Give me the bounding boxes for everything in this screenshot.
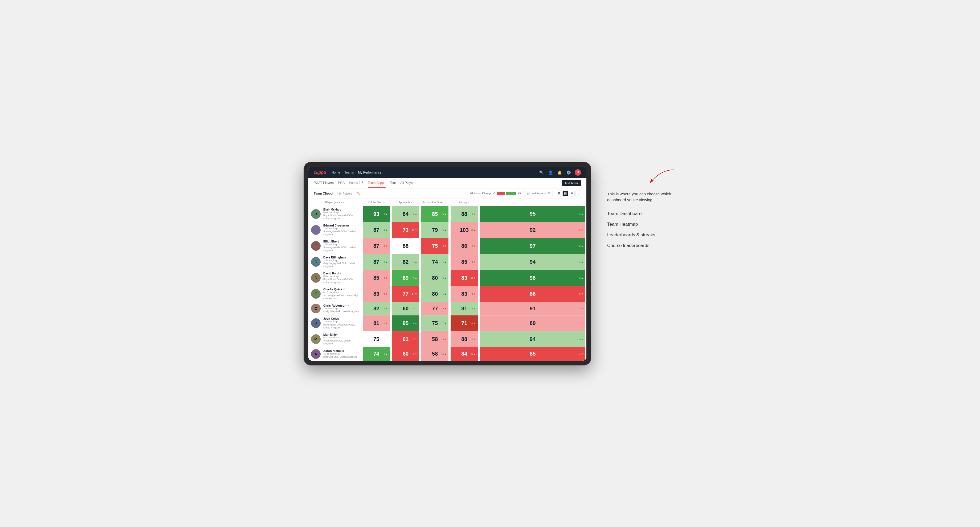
sort-arrow-approach: ▼ [410,201,413,204]
score-cell-r8-c4: 943 ▲ [479,331,586,347]
subnav-pgat[interactable]: PGAT Players [314,178,334,188]
score-cell-r8-c3: 882 ▼ [450,331,479,347]
score-value: 85 [432,211,438,217]
annotation-arrow [607,167,676,189]
settings-icon[interactable]: ⚙️ [566,170,571,175]
score-cell-r6-c3: 814 ▲ [450,302,479,315]
score-cell-r8-c2: 584 ▼ [420,331,450,347]
tablet-frame: clippd Home Teams My Performance 🔍 👤 🔔 ⚙… [304,162,591,365]
col-player-quality[interactable]: Player Quality ▼ [309,199,362,206]
subnav-all-players[interactable]: All Players [400,178,415,188]
score-change: 6 ▼ [472,293,476,295]
score-value: 84 [402,211,409,217]
score-value: 84 [461,351,467,357]
score-change: 2 ▼ [472,338,476,340]
player-cell-4[interactable]: DDavid Ford✓Plus HandicapRoyal North Dev… [309,270,362,286]
score-value: 82 [373,306,379,312]
score-value: 95 [530,211,536,217]
bell-icon[interactable]: 🔔 [557,170,562,175]
subnav-tour[interactable]: Tour [390,178,396,188]
player-club-2: Sunningdale Golf Club, United Kingdom [323,246,359,252]
player-handicap-9: 11-15 Handicap [323,352,357,356]
player-avatar-8: M [311,334,321,344]
bar-green [506,192,516,195]
nav-home[interactable]: Home [332,170,340,175]
score-change: 15 ▲ [471,229,476,231]
add-team-button[interactable]: Add Team [562,180,581,186]
annotation-item-3: Course leaderboards [607,243,676,248]
edit-icon[interactable]: ✏️ [356,192,361,195]
score-change: 2 ▲ [442,322,447,324]
score-change: 9 ▲ [579,213,583,215]
score-cell-r4-c0: 853 ▼ [362,270,391,286]
nav-teams[interactable]: Teams [344,170,354,175]
score-cell-r0-c4: 959 ▲ [479,206,586,222]
score-value: 89 [402,275,409,281]
score-change: 5 ▲ [579,245,583,247]
profile-icon[interactable]: 👤 [547,170,554,175]
score-change: 3 ▼ [413,338,417,340]
player-name-5: Charlie Quick✓ [323,288,359,291]
score-cell-r9-c4: 854 ▼ [479,347,586,360]
download-button[interactable]: ↓ [575,190,581,197]
subnav-team-clippd[interactable]: Team Clippd [368,178,386,188]
score-change: 3 ▼ [384,322,388,324]
table-row: EEdward Crossman1-5 HandicapSunningdale … [309,222,586,238]
subnav-hcaps[interactable]: Hcaps 1-5 [349,178,363,188]
score-change: 9 ▲ [384,213,388,215]
score-value: 82 [402,259,409,265]
col-around-green[interactable]: Around the Green ▼ [420,199,450,206]
score-change: 9 ▲ [442,229,447,231]
grid-view-button[interactable]: ⊞ [556,190,562,197]
score-cell-r4-c3: 8310 ▼ [450,270,479,286]
score-value: 58 [432,336,438,342]
player-cell-8[interactable]: MMatt Miller6-10 HandicapWoburn Golf Clu… [309,331,362,347]
score-value: 86 [461,243,467,249]
score-value: 88 [461,211,467,217]
score-change: 7 ▲ [413,277,417,279]
score-value: 74 [373,351,379,357]
player-cell-2[interactable]: EElliot Ebert1-5 HandicapSunningdale Gol… [309,238,362,254]
score-value: 61 [402,336,409,342]
view-toggle: ⊞ ▦ ☰ ↓ [556,190,581,197]
score-value: 85 [373,275,379,281]
player-club-6: Craigmillar Park, United Kingdom [323,310,359,313]
score-cell-r0-c2: 858 ▲ [420,206,450,222]
score-value: 94 [530,259,536,265]
score-change: 1 ▲ [442,293,447,295]
col-approach[interactable]: Approach ▼ [391,199,420,206]
nav-right: 🔍 👤 🔔 ⚙️ U [538,169,581,176]
score-value: 60 [402,351,409,357]
player-cell-1[interactable]: EEdward Crossman1-5 HandicapSunningdale … [309,222,362,238]
player-avatar-7: J [311,318,321,328]
score-change: 2 ▲ [413,307,417,310]
search-icon[interactable]: 🔍 [538,170,544,175]
player-cell-7[interactable]: JJosh Coles1-5 HandicapRoyal North Devon… [309,315,362,331]
heatmap-view-button[interactable]: ▦ [562,190,568,197]
player-cell-5[interactable]: CCharlie Quick✓6-10 HandicapSt. George's… [309,286,362,302]
nav-my-performance[interactable]: My Performance [358,170,381,175]
last-rounds-button[interactable]: 📊 Last Rounds: 20 [524,191,553,196]
score-cell-r2-c3: 866 ▼ [450,238,479,254]
score-change: 3 ▼ [579,229,583,231]
score-change: 1 ▲ [579,261,583,263]
table-row: AAaron Nicholls11-15 HandicapDrift Golf … [309,347,586,360]
player-cell-6[interactable]: CChris Robertson✓1-5 HandicapCraigmillar… [309,302,362,315]
score-cell-r9-c1: 601 ▼ [391,347,420,360]
top-navigation: clippd Home Teams My Performance 🔍 👤 🔔 ⚙… [309,167,586,178]
score-cell-r2-c1: 88 [391,238,420,254]
player-handicap-4: Plus Handicap [323,275,359,278]
player-handicap-0: Plus Handicap [323,211,359,214]
logo[interactable]: clippd [314,170,326,175]
col-putting[interactable]: Putting ▼ [450,199,479,206]
subnav-pga[interactable]: PGA [338,178,345,188]
avatar[interactable]: U [575,169,581,176]
player-avatar-4: D [311,273,321,283]
list-view-button[interactable]: ☰ [569,190,575,197]
score-value: 96 [530,275,536,281]
col-off-tee[interactable]: Off the Tee ▼ [362,199,391,206]
player-cell-0[interactable]: BBlair McHargPlus HandicapRoyal North De… [309,206,362,222]
player-avatar-9: A [311,349,321,359]
player-cell-9[interactable]: AAaron Nicholls11-15 HandicapDrift Golf … [309,347,362,360]
player-cell-3[interactable]: DDave Billingham1-5 HandicapGog Magog Go… [309,254,362,270]
